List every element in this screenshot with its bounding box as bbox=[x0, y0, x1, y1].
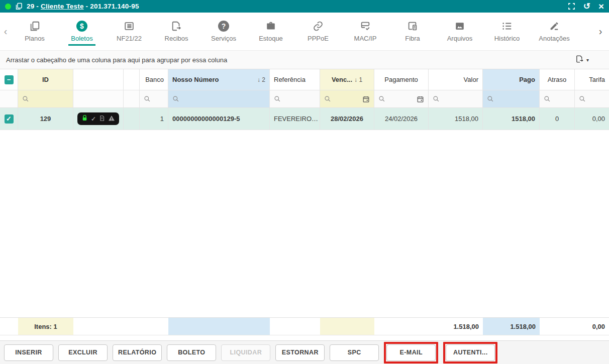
filter-referencia[interactable] bbox=[270, 90, 320, 107]
copy-icon[interactable] bbox=[15, 3, 23, 10]
cell-referencia: FEVEREIRO… bbox=[270, 108, 320, 130]
dollar-circle-icon: $ bbox=[76, 20, 87, 33]
tab-label: MAC/IP bbox=[352, 35, 379, 46]
table-row[interactable]: ✓ 129 ✓ 1 00000000000 bbox=[0, 108, 609, 130]
select-all-cell[interactable]: − bbox=[0, 69, 18, 90]
email-button[interactable]: E-MAIL bbox=[386, 344, 436, 361]
inserir-button[interactable]: INSERIR bbox=[4, 344, 53, 361]
header-pago[interactable]: Pago bbox=[483, 69, 540, 90]
cell-spacer bbox=[124, 108, 140, 130]
filter-pago[interactable] bbox=[483, 90, 540, 107]
tab-pppoe[interactable]: PPPoE bbox=[294, 13, 342, 50]
header-flags[interactable] bbox=[73, 69, 124, 90]
refresh-icon[interactable]: ↺ bbox=[583, 2, 590, 11]
group-by-bar[interactable]: Arrastar o cabeçalho de uma coluna para … bbox=[0, 50, 609, 69]
search-icon bbox=[433, 95, 440, 102]
tab-label: Recibos bbox=[162, 35, 191, 46]
excluir-button[interactable]: EXCLUIR bbox=[58, 344, 108, 361]
filter-valor[interactable] bbox=[429, 90, 483, 107]
cell-flags: ✓ bbox=[73, 108, 124, 130]
row-select-cell[interactable]: ✓ bbox=[0, 108, 18, 130]
tab-estoque[interactable]: Estoque bbox=[247, 13, 294, 50]
summary-nosso-numero bbox=[168, 318, 270, 335]
tab-fibra[interactable]: Fibra bbox=[389, 13, 436, 50]
summary-atraso bbox=[540, 318, 575, 335]
filter-pagamento[interactable] bbox=[374, 90, 429, 107]
header-vencimento[interactable]: Venc... ↓ 1 bbox=[320, 69, 374, 90]
summary-vencimento bbox=[320, 318, 374, 335]
autenticacao-button[interactable]: AUTENTI... bbox=[446, 344, 495, 361]
header-label: Venc... bbox=[332, 76, 352, 83]
row-checkbox-checked[interactable]: ✓ bbox=[5, 114, 14, 124]
tab-boletos[interactable]: $ Boletos bbox=[58, 13, 106, 50]
image-icon bbox=[454, 20, 465, 33]
cell-nosso-numero: 00000000000000129-5 bbox=[168, 108, 270, 130]
header-nosso-numero[interactable]: Nosso Número ↓ 2 bbox=[168, 69, 270, 90]
filter-nosso-numero[interactable] bbox=[168, 90, 270, 107]
grid-filter-row bbox=[0, 90, 609, 108]
header-referencia[interactable]: Referência bbox=[270, 69, 320, 90]
tab-recibos[interactable]: Recibos bbox=[153, 13, 200, 50]
fullscreen-icon[interactable] bbox=[568, 3, 575, 10]
filter-atraso[interactable] bbox=[540, 90, 575, 107]
tab-servicos[interactable]: ? Serviços bbox=[200, 13, 247, 50]
tab-planos[interactable]: Planos bbox=[11, 13, 58, 50]
filter-vencimento[interactable] bbox=[320, 90, 374, 107]
header-valor[interactable]: Valor bbox=[429, 69, 483, 90]
filter-id[interactable] bbox=[18, 90, 73, 107]
header-banco[interactable]: Banco bbox=[140, 69, 168, 90]
summary-select bbox=[0, 318, 18, 335]
header-pagamento[interactable]: Pagamento bbox=[374, 69, 429, 90]
summary-referencia bbox=[270, 318, 320, 335]
calendar-icon[interactable] bbox=[417, 95, 424, 103]
export-control[interactable]: ▾ bbox=[575, 55, 603, 65]
footer-gap bbox=[0, 335, 609, 340]
tabs-scroll-left-icon[interactable]: ‹ bbox=[0, 13, 11, 50]
filter-banco[interactable] bbox=[140, 90, 168, 107]
tab-nf2122[interactable]: NF21/22 bbox=[106, 13, 153, 50]
tab-label: NF21/22 bbox=[114, 35, 144, 46]
cell-tarifa: 0,00 bbox=[575, 108, 609, 130]
summary-pago-total: 1.518,00 bbox=[483, 318, 540, 335]
cell-valor: 1518,00 bbox=[429, 108, 483, 130]
search-icon bbox=[324, 95, 331, 102]
estornar-button[interactable]: ESTORNAR bbox=[275, 344, 325, 361]
summary-banco bbox=[140, 318, 168, 335]
filter-flags bbox=[73, 90, 124, 107]
tab-label: Arquivos bbox=[445, 35, 475, 46]
header-tarifa[interactable]: Tarifa bbox=[575, 69, 609, 90]
autenticacao-highlight-box: AUTENTI... bbox=[443, 342, 497, 363]
client-document: - 201.371.140-95 bbox=[84, 3, 139, 10]
window-title: 29 - Cliente Teste - 201.371.140-95 bbox=[27, 3, 139, 10]
header-label: Nosso Número bbox=[172, 76, 219, 83]
summary-flags bbox=[73, 318, 124, 335]
cell-vencimento: 28/02/2026 bbox=[320, 108, 374, 130]
liquidar-button[interactable]: LIQUIDAR bbox=[221, 344, 270, 361]
client-name-link[interactable]: Cliente Teste bbox=[41, 3, 84, 10]
tab-macip[interactable]: MAC/IP bbox=[342, 13, 389, 50]
search-icon bbox=[378, 95, 385, 102]
close-icon[interactable]: × bbox=[598, 2, 604, 11]
cell-pagamento: 24/02/2026 bbox=[374, 108, 429, 130]
select-all-checkbox-indeterminate[interactable]: − bbox=[5, 75, 14, 84]
cell-banco: 1 bbox=[140, 108, 168, 130]
tabs-scroll-right-icon[interactable]: › bbox=[592, 13, 609, 50]
cell-pago: 1518,00 bbox=[483, 108, 540, 130]
boleto-button[interactable]: BOLETO bbox=[167, 344, 216, 361]
calendar-icon[interactable] bbox=[362, 95, 370, 103]
help-circle-icon: ? bbox=[218, 20, 229, 33]
tab-historico[interactable]: Histórico bbox=[483, 13, 531, 50]
filter-tarifa[interactable] bbox=[575, 90, 609, 107]
document-icon bbox=[99, 115, 105, 123]
header-atraso[interactable]: Atraso bbox=[540, 69, 575, 90]
tab-label: Planos bbox=[22, 35, 47, 46]
search-icon bbox=[172, 95, 179, 102]
email-highlight-box: E-MAIL bbox=[384, 342, 438, 363]
action-button-bar: INSERIR EXCLUIR RELATÓRIO BOLETO LIQUIDA… bbox=[0, 340, 609, 364]
relatorio-button[interactable]: RELATÓRIO bbox=[113, 344, 162, 361]
tab-anotacoes[interactable]: Anotações bbox=[531, 13, 578, 50]
cell-id: 129 bbox=[18, 108, 73, 130]
spc-button[interactable]: SPC bbox=[330, 344, 379, 361]
header-id[interactable]: ID bbox=[18, 69, 73, 90]
tab-arquivos[interactable]: Arquivos bbox=[436, 13, 483, 50]
